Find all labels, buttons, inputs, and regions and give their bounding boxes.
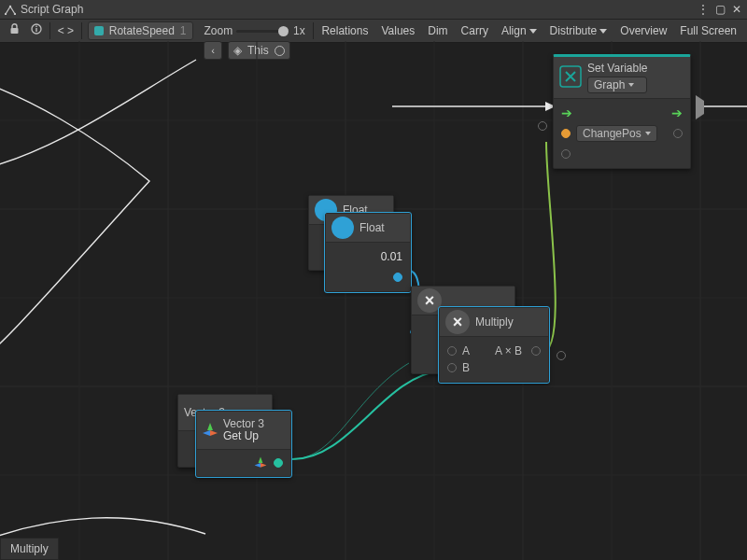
window-title: Script Graph (21, 3, 83, 16)
setvar-flow-out[interactable]: ➔ (671, 105, 683, 120)
setvar-port-out[interactable] (673, 129, 683, 138)
set-variable-icon (559, 65, 582, 91)
vector3-output-port[interactable] (274, 458, 283, 468)
multiply-label-ab: A × B (495, 344, 522, 357)
fullscreen-button[interactable]: Full Screen (673, 21, 743, 40)
axes-icon (203, 423, 218, 438)
main-toolbar: < > RotateSpeed 1 Zoom 1x Relations Valu… (0, 20, 747, 43)
zoom-slider-thumb[interactable] (278, 26, 289, 36)
multiply-outer-port[interactable] (557, 351, 566, 360)
set-variable-scope-dropdown[interactable]: Graph (587, 77, 647, 93)
zoom-label: Zoom (204, 24, 233, 37)
graph-canvas[interactable]: Float Float 0.01 × × Multiply A A × B (0, 41, 747, 560)
carry-button[interactable]: Carry (455, 21, 495, 40)
close-icon[interactable]: ✕ (730, 3, 743, 16)
node-float[interactable]: Float 0.01 (325, 213, 411, 292)
variable-color-swatch (94, 26, 104, 35)
values-button[interactable]: Values (374, 21, 421, 40)
node-float-value: 0.01 (381, 250, 402, 263)
variable-field[interactable]: RotateSpeed 1 (88, 21, 193, 40)
node-vector3-subtitle: Get Up (223, 430, 264, 442)
svg-point-1 (9, 6, 11, 7)
distribute-menu[interactable]: Distribute (543, 21, 614, 40)
info-button[interactable] (25, 21, 48, 40)
float-type-icon (331, 217, 354, 239)
setvar-flow-in[interactable]: ➔ (561, 105, 572, 120)
float-output-port[interactable] (393, 273, 402, 282)
multiply-label-a: A (462, 344, 470, 357)
node-vector3-header[interactable]: Vector 3 Get Up (197, 412, 290, 450)
node-float-title: Float (359, 221, 385, 234)
node-set-variable[interactable]: Set Variable Graph ➔ ➔ ChangePos (553, 54, 691, 169)
node-multiply-title: Multiply (475, 315, 514, 329)
dim-button[interactable]: Dim (421, 21, 454, 40)
svg-rect-6 (35, 26, 36, 27)
setvar-port-name[interactable] (561, 129, 571, 138)
node-set-variable-header[interactable]: Set Variable Graph (554, 57, 690, 99)
set-variable-name-dropdown[interactable]: ChangePos (576, 125, 657, 142)
node-multiply-header[interactable]: × Multiply (440, 308, 548, 337)
overview-button[interactable]: Overview (613, 21, 673, 40)
relations-button[interactable]: Relations (315, 21, 374, 40)
multiply-label-b: B (462, 361, 470, 374)
multiply-icon: × (445, 310, 470, 334)
maximize-icon[interactable]: ▢ (713, 3, 726, 16)
node-set-variable-title: Set Variable (587, 62, 647, 75)
node-vector3[interactable]: Vector 3 Get Up (196, 411, 291, 477)
title-bar: Script Graph ⋮ ▢ ✕ (0, 0, 747, 20)
multiply-port-out[interactable] (531, 346, 541, 356)
zoom-slider[interactable] (236, 30, 289, 33)
variable-badge: 1 (180, 24, 187, 37)
zoom-value: 1x (293, 24, 305, 37)
setvar-outer-flow-right[interactable] (696, 101, 704, 114)
align-menu[interactable]: Align (495, 21, 543, 40)
variable-name: RotateSpeed (109, 24, 175, 37)
node-float-header[interactable]: Float (326, 214, 410, 243)
lock-button[interactable] (4, 21, 25, 40)
svg-rect-3 (11, 28, 19, 34)
axes-icon-small (255, 457, 267, 469)
kebab-menu-icon[interactable]: ⋮ (697, 3, 710, 16)
node-multiply[interactable]: × Multiply A A × B B (439, 307, 549, 383)
setvar-outer-port-left[interactable] (538, 121, 547, 131)
graph-icon (4, 4, 17, 15)
multiply-port-b[interactable] (447, 363, 457, 372)
code-icon[interactable]: < > (52, 21, 79, 40)
svg-rect-5 (35, 28, 36, 32)
setvar-port-value[interactable] (561, 149, 571, 159)
multiply-port-a[interactable] (447, 346, 457, 356)
tooltip: Multiply (0, 538, 59, 560)
